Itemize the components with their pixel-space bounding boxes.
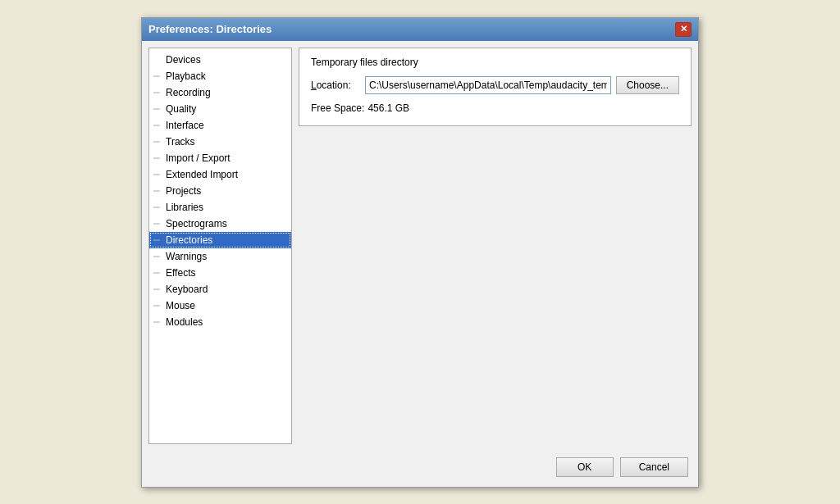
sidebar-item-warnings[interactable]: Warnings (149, 248, 291, 265)
dialog-body: DevicesPlaybackRecordingQualityInterface… (142, 41, 698, 451)
title-bar: Preferences: Directories ✕ (142, 18, 698, 41)
sidebar-item-quality[interactable]: Quality (149, 101, 291, 117)
temp-files-section: Temporary files directory Location: Choo… (299, 48, 692, 126)
sidebar-item-import-export[interactable]: Import / Export (149, 150, 291, 166)
sidebar-item-tracks[interactable]: Tracks (149, 134, 291, 150)
sidebar-item-devices[interactable]: Devices (149, 52, 291, 68)
preferences-dialog: Preferences: Directories ✕ DevicesPlayba… (141, 17, 699, 488)
sidebar-item-recording[interactable]: Recording (149, 84, 291, 101)
sidebar-item-interface[interactable]: Interface (149, 117, 291, 134)
sidebar-item-mouse[interactable]: Mouse (149, 297, 291, 314)
cancel-button[interactable]: Cancel (620, 457, 688, 477)
sidebar-item-libraries[interactable]: Libraries (149, 199, 291, 216)
sidebar-item-playback[interactable]: Playback (149, 68, 291, 84)
content-panel: Temporary files directory Location: Choo… (299, 48, 692, 444)
sidebar-item-effects[interactable]: Effects (149, 265, 291, 281)
sidebar: DevicesPlaybackRecordingQualityInterface… (148, 48, 292, 444)
sidebar-item-directories[interactable]: Directories (149, 232, 291, 248)
location-input[interactable] (365, 76, 611, 94)
location-row: Location: Choose... (311, 76, 679, 94)
section-title: Temporary files directory (311, 57, 679, 68)
sidebar-item-spectrograms[interactable]: Spectrograms (149, 216, 291, 232)
sidebar-item-projects[interactable]: Projects (149, 183, 291, 199)
sidebar-item-modules[interactable]: Modules (149, 314, 291, 330)
sidebar-item-extended-import[interactable]: Extended Import (149, 166, 291, 183)
dialog-footer: OK Cancel (142, 451, 698, 487)
choose-button[interactable]: Choose... (616, 76, 679, 94)
location-label: Location: (311, 79, 360, 91)
close-button[interactable]: ✕ (675, 22, 692, 37)
sidebar-item-keyboard[interactable]: Keyboard (149, 281, 291, 297)
free-space-row: Free Space: 456.1 GB (311, 101, 679, 114)
free-space-label: Free Space: (311, 102, 364, 114)
location-label-text: L (311, 79, 317, 91)
free-space-value: 456.1 GB (368, 102, 409, 114)
ok-button[interactable]: OK (556, 457, 614, 477)
dialog-title: Preferences: Directories (148, 23, 272, 35)
